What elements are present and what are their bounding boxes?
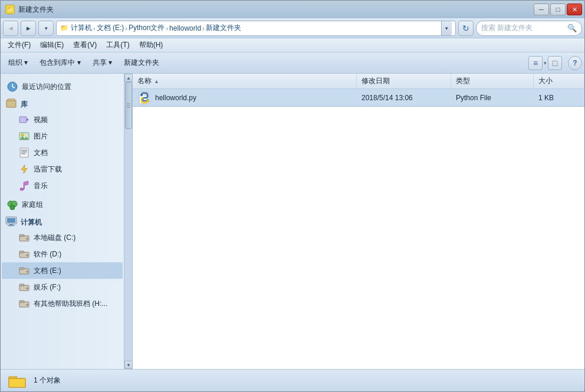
refresh-button[interactable]: ↻ — [458, 21, 474, 36]
organize-button[interactable]: 组织 ▾ — [3, 55, 33, 71]
view-list-button[interactable]: ≡ — [528, 56, 543, 70]
sidebar-item-drive-h[interactable]: 有其他帮助我班档 (H:... — [2, 295, 123, 312]
svg-point-38 — [27, 304, 28, 306]
svg-rect-31 — [19, 268, 24, 269]
sidebar-item-drive-e[interactable]: 文档 (E:) — [2, 262, 123, 279]
svg-point-29 — [27, 255, 28, 256]
status-count: 1 个对象 — [34, 375, 61, 386]
sidebar-scroll-down[interactable]: ▼ — [124, 361, 133, 369]
sidebar-item-recent[interactable]: 最近访问的位置 — [2, 78, 123, 95]
table-row[interactable]: helloworld.py 2018/5/14 13:06 Python Fil… — [133, 89, 584, 107]
minimize-button[interactable]: ─ — [534, 4, 549, 15]
sidebar-homegroup-section: 家庭组 — [1, 196, 124, 213]
status-bar: 1 个对象 — [1, 369, 584, 391]
sidebar-item-drive-c[interactable]: 本地磁盘 (C:) — [2, 229, 123, 246]
search-box: 搜索 新建文件夹 🔍 — [476, 21, 582, 36]
sidebar-item-video[interactable]: 视频 — [2, 111, 123, 128]
search-icon[interactable]: 🔍 — [567, 24, 577, 32]
svg-point-42 — [146, 100, 149, 102]
window-icon: 📁 — [5, 5, 15, 14]
sidebar-computer-section: 计算机 本地磁盘 (C:) — [1, 215, 124, 312]
svg-rect-28 — [19, 251, 24, 253]
menu-help[interactable]: 帮助(H) — [134, 39, 168, 51]
address-bar: 📁 计算机 › 文档 (E:) › Python文件 › helloworld … — [56, 21, 456, 36]
file-list: helloworld.py 2018/5/14 13:06 Python Fil… — [133, 89, 584, 369]
share-label: 共享 ▾ — [93, 58, 112, 68]
address-dropdown-button[interactable]: ▾ — [441, 21, 452, 35]
svg-marker-14 — [21, 165, 27, 173]
music-icon — [18, 180, 30, 192]
path-doc-e[interactable]: 文档 (E:) — [97, 23, 124, 33]
share-button[interactable]: 共享 ▾ — [87, 55, 117, 71]
drive-d-icon — [18, 248, 30, 260]
drive-d-label: 软件 (D:) — [34, 249, 61, 259]
svg-rect-37 — [19, 301, 24, 302]
menu-bar: 文件(F) 编辑(E) 查看(V) 工具(T) 帮助(H) — [1, 38, 584, 52]
homegroup-label: 家庭组 — [22, 200, 43, 210]
svg-marker-6 — [27, 118, 29, 121]
col-header-size[interactable]: 大小 — [534, 74, 584, 88]
sort-arrow-icon: ▲ — [154, 78, 159, 84]
back-button[interactable]: ◂ — [3, 21, 18, 36]
photo-icon — [18, 130, 30, 142]
file-cell-size: 1 KB — [534, 89, 584, 106]
organize-label: 组织 ▾ — [8, 58, 28, 68]
homegroup-icon — [6, 199, 18, 210]
new-folder-button[interactable]: 新建文件夹 — [119, 55, 165, 71]
sidebar-scroll-area: 最近访问的位置 库 — [1, 74, 124, 369]
menu-file[interactable]: 文件(F) — [3, 39, 35, 51]
close-button[interactable]: ✕ — [567, 4, 582, 15]
col-header-type[interactable]: 类型 — [451, 74, 534, 88]
thunder-icon — [18, 163, 30, 175]
forward-button[interactable]: ▸ — [21, 21, 36, 36]
svg-point-15 — [20, 188, 24, 190]
svg-point-8 — [21, 134, 24, 136]
svg-rect-43 — [9, 378, 25, 387]
sidebar-item-photo[interactable]: 图片 — [2, 128, 123, 144]
col-header-name[interactable]: 名称 ▲ — [133, 74, 357, 88]
drive-c-icon — [18, 232, 30, 243]
svg-rect-3 — [6, 100, 16, 107]
file-cell-date: 2018/5/14 13:06 — [357, 89, 451, 106]
col-type-label: 类型 — [456, 76, 470, 86]
menu-tools[interactable]: 工具(T) — [101, 39, 134, 51]
address-folder-icon: 📁 — [60, 24, 68, 32]
sidebar-scroll-up[interactable]: ▲ — [124, 74, 133, 82]
sidebar-item-doc[interactable]: 文档 — [2, 144, 123, 161]
path-python-files[interactable]: Python文件 — [129, 23, 165, 33]
sidebar-scroll-thumb[interactable] — [125, 82, 132, 129]
toolbar: 组织 ▾ 包含到库中 ▾ 共享 ▾ 新建文件夹 ≡ ▾ □ ? — [1, 52, 584, 74]
menu-view[interactable]: 查看(V) — [68, 39, 101, 51]
help-button[interactable]: ? — [568, 56, 582, 70]
drive-e-icon — [18, 265, 30, 276]
svg-rect-34 — [19, 284, 24, 286]
maximize-button[interactable]: □ — [550, 4, 566, 15]
thunder-label: 迅雷下载 — [34, 164, 62, 174]
path-new-folder[interactable]: 新建文件夹 — [206, 23, 241, 33]
window-title: 新建文件夹 — [18, 5, 54, 15]
content-area: 名称 ▲ 修改日期 类型 大小 — [133, 74, 584, 369]
file-cell-name: helloworld.py — [133, 89, 357, 106]
path-computer[interactable]: 计算机 — [71, 23, 92, 33]
view-pane-button[interactable]: □ — [548, 56, 562, 70]
sidebar-recent-section: 最近访问的位置 — [1, 78, 124, 95]
view-dropdown-button[interactable]: ▾ — [544, 60, 547, 66]
svg-rect-11 — [21, 150, 27, 151]
nav-bar: ◂ ▸ ▾ 📁 计算机 › 文档 (E:) › Python文件 › hello… — [1, 18, 584, 38]
dropdown-button[interactable]: ▾ — [38, 21, 54, 36]
sidebar-library-section: 库 视频 — [1, 97, 124, 194]
drive-f-icon — [18, 281, 30, 293]
sidebar-item-homegroup[interactable]: 家庭组 — [2, 196, 123, 213]
include-library-button[interactable]: 包含到库中 ▾ — [34, 55, 86, 71]
sidebar-item-music[interactable]: 音乐 — [2, 177, 123, 194]
col-header-date[interactable]: 修改日期 — [357, 74, 451, 88]
drive-e-label: 文档 (E:) — [34, 266, 61, 276]
sidebar-item-thunder[interactable]: 迅雷下载 — [2, 161, 123, 177]
svg-point-41 — [140, 94, 143, 96]
doc-icon — [18, 147, 30, 159]
sidebar-item-drive-d[interactable]: 软件 (D:) — [2, 246, 123, 262]
svg-rect-21 — [7, 218, 15, 223]
sidebar-item-drive-f[interactable]: 娱乐 (F:) — [2, 279, 123, 295]
menu-edit[interactable]: 编辑(E) — [35, 39, 68, 51]
path-helloworld[interactable]: helloworld — [169, 24, 201, 32]
